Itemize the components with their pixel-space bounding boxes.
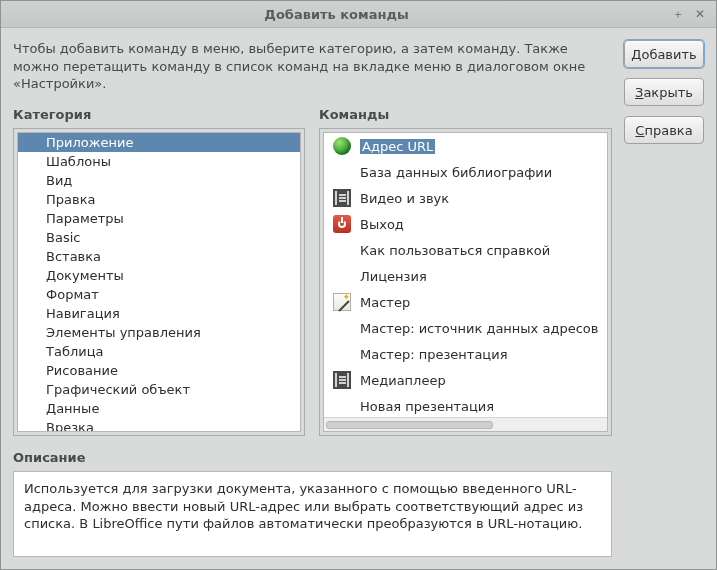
window-maximize-button[interactable]: ＋ [670, 6, 686, 22]
globe-icon [332, 136, 352, 156]
category-item-label: Элементы управления [46, 325, 201, 340]
description-label: Описание [13, 450, 612, 465]
category-item[interactable]: Формат [18, 285, 300, 304]
category-column: Категория ПриложениеШаблоныВидПравкаПара… [13, 107, 305, 436]
dialog-window: Добавить команды ＋ ✕ Чтобы добавить кома… [0, 0, 717, 570]
category-item[interactable]: Данные [18, 399, 300, 418]
add-button-label: Добавить [631, 47, 696, 62]
category-list[interactable]: ПриложениеШаблоныВидПравкаПараметрыBasic… [17, 132, 301, 432]
command-item[interactable]: Лицензия [324, 263, 607, 289]
help-button-label: Справка [635, 123, 692, 138]
blank-icon [332, 240, 352, 260]
help-button[interactable]: Справка [624, 116, 704, 144]
category-item-label: Данные [46, 401, 99, 416]
command-item-label: Адрес URL [360, 139, 435, 154]
command-item-label: Мастер: источник данных адресов [360, 321, 598, 336]
side-buttons: Добавить Закрыть Справка [624, 40, 704, 557]
command-item-label: Мастер [360, 295, 410, 310]
category-label: Категория [13, 107, 305, 122]
category-item[interactable]: Приложение [18, 133, 300, 152]
close-button-label: Закрыть [635, 85, 693, 100]
wand-icon [332, 292, 352, 312]
window-close-button[interactable]: ✕ [692, 6, 708, 22]
category-item[interactable]: Параметры [18, 209, 300, 228]
category-item[interactable]: Элементы управления [18, 323, 300, 342]
category-item-label: Навигация [46, 306, 120, 321]
main-column: Чтобы добавить команду в меню, выберите … [13, 40, 612, 557]
category-item-label: Вид [46, 173, 72, 188]
command-item-label: Лицензия [360, 269, 427, 284]
category-item-label: Формат [46, 287, 99, 302]
category-item[interactable]: Врезка [18, 418, 300, 432]
category-item-label: Basic [46, 230, 80, 245]
category-item-label: Шаблоны [46, 154, 111, 169]
close-button[interactable]: Закрыть [624, 78, 704, 106]
category-item[interactable]: Навигация [18, 304, 300, 323]
dialog-body: Чтобы добавить команду в меню, выберите … [1, 28, 716, 569]
category-item-label: Документы [46, 268, 124, 283]
command-item[interactable]: Как пользоваться справкой [324, 237, 607, 263]
category-item-label: Врезка [46, 420, 94, 432]
category-item-label: Приложение [46, 135, 133, 150]
commands-list[interactable]: Адрес URLБаза данных библиографииВидео и… [323, 132, 608, 432]
blank-icon [332, 396, 352, 416]
category-item[interactable]: Вставка [18, 247, 300, 266]
command-item-label: Медиаплеер [360, 373, 446, 388]
commands-hscrollbar[interactable] [324, 417, 607, 431]
command-item-label: Видео и звук [360, 191, 449, 206]
description-text: Используется для загрузки документа, ука… [13, 471, 612, 557]
command-item[interactable]: Мастер: источник данных адресов [324, 315, 607, 341]
titlebar: Добавить команды ＋ ✕ [1, 1, 716, 28]
commands-label: Команды [319, 107, 612, 122]
category-item-label: Вставка [46, 249, 101, 264]
category-item[interactable]: Вид [18, 171, 300, 190]
add-button[interactable]: Добавить [624, 40, 704, 68]
category-item-label: Графический объект [46, 382, 190, 397]
description-block: Описание Используется для загрузки докум… [13, 450, 612, 557]
category-item-label: Правка [46, 192, 95, 207]
command-item[interactable]: База данных библиографии [324, 159, 607, 185]
category-item[interactable]: Правка [18, 190, 300, 209]
blank-icon [332, 344, 352, 364]
blank-icon [332, 266, 352, 286]
command-item-label: База данных библиографии [360, 165, 552, 180]
command-item[interactable]: Медиаплеер [324, 367, 607, 393]
command-item-label: Мастер: презентация [360, 347, 507, 362]
command-item[interactable]: Адрес URL [324, 133, 607, 159]
category-frame: ПриложениеШаблоныВидПравкаПараметрыBasic… [13, 128, 305, 436]
instructions-text: Чтобы добавить команду в меню, выберите … [13, 40, 612, 93]
media-icon [332, 370, 352, 390]
lists-row: Категория ПриложениеШаблоныВидПравкаПара… [13, 107, 612, 436]
command-item-label: Как пользоваться справкой [360, 243, 550, 258]
category-item[interactable]: Basic [18, 228, 300, 247]
category-item-label: Параметры [46, 211, 124, 226]
command-item[interactable]: Выход [324, 211, 607, 237]
window-title: Добавить команды [9, 7, 664, 22]
command-item[interactable]: Мастер [324, 289, 607, 315]
command-item-label: Выход [360, 217, 404, 232]
category-item-label: Таблица [46, 344, 104, 359]
category-item[interactable]: Графический объект [18, 380, 300, 399]
category-item[interactable]: Документы [18, 266, 300, 285]
media-icon [332, 188, 352, 208]
command-item-label: Новая презентация [360, 399, 494, 414]
category-item[interactable]: Шаблоны [18, 152, 300, 171]
category-item[interactable]: Таблица [18, 342, 300, 361]
category-item[interactable]: Рисование [18, 361, 300, 380]
scrollbar-thumb[interactable] [326, 421, 493, 429]
blank-icon [332, 318, 352, 338]
power-icon [332, 214, 352, 234]
command-item[interactable]: Новая презентация [324, 393, 607, 419]
command-item[interactable]: Мастер: презентация [324, 341, 607, 367]
blank-icon [332, 162, 352, 182]
category-item-label: Рисование [46, 363, 118, 378]
commands-column: Команды Адрес URLБаза данных библиографи… [319, 107, 612, 436]
commands-frame: Адрес URLБаза данных библиографииВидео и… [319, 128, 612, 436]
command-item[interactable]: Видео и звук [324, 185, 607, 211]
